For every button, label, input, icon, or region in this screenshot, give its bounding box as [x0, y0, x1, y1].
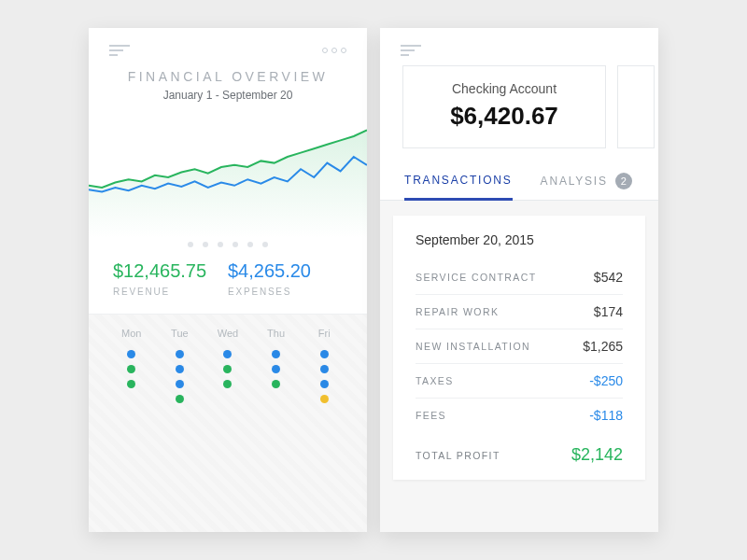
week-activity: Mon Tue Wed Thu Fri [89, 314, 367, 532]
total-amount: $2,142 [571, 445, 623, 465]
activity-dot [320, 380, 329, 388]
total-label: TOTAL PROFIT [416, 450, 500, 461]
activity-dot [223, 365, 232, 373]
account-carousel[interactable]: Checking Account $6,420.67 [380, 65, 658, 163]
day-label: Mon [107, 328, 156, 339]
day-column [107, 344, 156, 447]
transaction-row[interactable]: FEES-$118 [416, 399, 623, 432]
menu-icon[interactable] [401, 45, 638, 56]
expenses-value: $4,265.20 [228, 260, 343, 282]
day-headers: Mon Tue Wed Thu Fri [107, 328, 348, 339]
day-column [300, 344, 348, 447]
account-balance: $6,420.67 [422, 102, 586, 131]
transaction-amount: -$250 [589, 373, 623, 388]
more-icon[interactable] [322, 48, 346, 53]
activity-dot [223, 380, 232, 388]
transactions-date: September 20, 2015 [416, 232, 623, 247]
tab-analysis[interactable]: ANALYSIS 2 [541, 163, 632, 200]
day-column [204, 344, 252, 447]
day-label: Tue [156, 328, 204, 339]
overview-screen: FINANCIAL OVERVIEW January 1 - September… [89, 28, 367, 532]
kpi-expenses: $4,265.20 EXPENSES [228, 260, 343, 297]
date-range: January 1 - September 20 [89, 89, 367, 102]
page-title: FINANCIAL OVERVIEW [89, 69, 367, 84]
tabs: TRANSACTIONS ANALYSIS 2 [380, 163, 658, 201]
transaction-label: NEW INSTALLATION [416, 341, 530, 352]
activity-dot [176, 350, 184, 358]
transaction-label: REPAIR WORK [416, 306, 499, 317]
transaction-row[interactable]: SERVICE CONTRACT$542 [416, 260, 623, 295]
transaction-amount: $542 [594, 270, 623, 285]
activity-dot [223, 350, 232, 358]
menu-icon[interactable] [109, 45, 130, 56]
transaction-label: SERVICE CONTRACT [416, 272, 537, 283]
activity-dot [272, 350, 280, 358]
revenue-label: REVENUE [113, 287, 228, 297]
transaction-row[interactable]: REPAIR WORK$174 [416, 295, 623, 329]
tab-transactions[interactable]: TRANSACTIONS [404, 163, 513, 201]
transaction-row[interactable]: TAXES-$250 [416, 364, 623, 399]
kpi-revenue: $12,465.75 REVENUE [113, 260, 228, 297]
transaction-label: FEES [416, 410, 446, 421]
day-label: Thu [252, 328, 301, 339]
transaction-amount: $1,265 [583, 339, 623, 354]
day-label: Fri [300, 328, 348, 339]
day-label: Wed [204, 328, 252, 339]
account-card-next[interactable] [617, 65, 655, 148]
transaction-label: TAXES [416, 375, 454, 386]
total-row: TOTAL PROFIT $2,142 [416, 432, 623, 465]
activity-dot [127, 380, 135, 388]
topbar [89, 28, 367, 62]
day-column [156, 344, 204, 447]
expenses-label: EXPENSES [228, 287, 343, 297]
activity-dot [320, 365, 329, 373]
analysis-badge: 2 [615, 173, 632, 189]
activity-dot [176, 380, 184, 388]
activity-dot [320, 350, 329, 358]
transactions-card: September 20, 2015 SERVICE CONTRACT$542R… [393, 216, 645, 480]
transaction-amount: -$118 [589, 408, 623, 423]
activity-dot [320, 395, 329, 403]
activity-dot [176, 395, 184, 403]
revenue-value: $12,465.75 [113, 260, 228, 282]
trend-chart[interactable] [89, 102, 367, 238]
activity-dot [272, 380, 280, 388]
day-column [252, 344, 301, 447]
account-name: Checking Account [422, 81, 586, 96]
transaction-row[interactable]: NEW INSTALLATION$1,265 [416, 329, 623, 364]
activity-dot [127, 365, 135, 373]
account-screen: Checking Account $6,420.67 TRANSACTIONS … [380, 28, 658, 532]
transaction-amount: $174 [594, 304, 623, 319]
activity-dot [176, 365, 184, 373]
account-card[interactable]: Checking Account $6,420.67 [402, 65, 606, 148]
activity-dot [272, 365, 280, 373]
activity-dot [127, 350, 135, 358]
